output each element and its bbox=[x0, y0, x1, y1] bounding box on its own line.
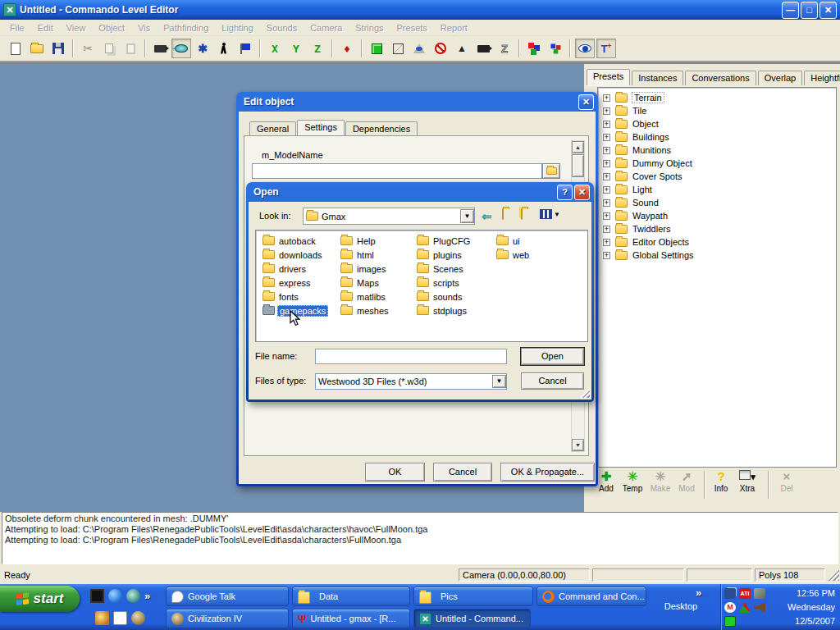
open-cancel-button[interactable]: Cancel bbox=[521, 372, 584, 390]
cut-icon[interactable]: ✂ bbox=[78, 39, 98, 58]
cubes-small-icon[interactable] bbox=[546, 39, 565, 58]
expand-icon[interactable]: + bbox=[603, 134, 610, 141]
menu-edit[interactable]: Edit bbox=[31, 21, 60, 34]
menu-sounds[interactable]: Sounds bbox=[260, 21, 304, 34]
expand-icon[interactable]: + bbox=[603, 252, 610, 259]
expand-icon[interactable]: + bbox=[603, 147, 610, 154]
look-in-dropdown-icon[interactable]: ▼ bbox=[460, 209, 474, 223]
menu-strings[interactable]: Strings bbox=[349, 21, 390, 34]
open-dialog-titlebar[interactable]: Open ? ✕ bbox=[249, 182, 591, 202]
open-dialog-close-icon[interactable]: ✕ bbox=[574, 185, 590, 200]
tray-arrow-icon[interactable] bbox=[739, 602, 751, 613]
menu-camera[interactable]: Camera bbox=[304, 21, 349, 34]
make-button[interactable]: ✳Make bbox=[648, 469, 673, 493]
solid-cube-icon[interactable] bbox=[367, 39, 386, 58]
taskbar-button-google-talk[interactable]: Google Talk bbox=[166, 587, 289, 606]
open-button[interactable]: Open bbox=[521, 348, 584, 365]
scroll-up-icon[interactable]: ▲ bbox=[572, 141, 584, 153]
del-button[interactable]: ×Del bbox=[774, 469, 799, 493]
wireframe-cube-icon[interactable] bbox=[388, 39, 408, 58]
folder-item-meshes[interactable]: meshes bbox=[340, 304, 390, 317]
resize-grip[interactable] bbox=[828, 569, 839, 581]
text-plus-icon[interactable]: T+ bbox=[596, 39, 616, 58]
folder-item-matlibs[interactable]: matlibs bbox=[340, 290, 390, 304]
expand-icon[interactable]: + bbox=[603, 199, 610, 207]
tree-item-global-settings[interactable]: +Global Settings bbox=[603, 249, 836, 262]
tree-item-waypath[interactable]: +Waypath bbox=[603, 209, 836, 222]
expand-icon[interactable]: + bbox=[603, 94, 610, 102]
copy-icon[interactable] bbox=[99, 39, 119, 58]
folder-item-html[interactable]: html bbox=[340, 248, 390, 262]
folder-item-autoback[interactable]: autoback bbox=[262, 234, 328, 248]
expand-icon[interactable]: + bbox=[603, 107, 610, 115]
network-signal-icon[interactable] bbox=[724, 616, 736, 627]
tree-item-cover-spots[interactable]: +Cover Spots bbox=[603, 170, 836, 183]
folder-item-plugcfg[interactable]: PlugCFG bbox=[417, 234, 472, 248]
eye-triangle-icon[interactable] bbox=[409, 39, 429, 58]
view-menu-icon[interactable]: ▼ bbox=[540, 209, 560, 219]
ok-button[interactable]: OK bbox=[365, 463, 425, 482]
folder-item-downloads[interactable]: downloads bbox=[262, 248, 328, 262]
xtra-button[interactable]: ▾Xtra bbox=[735, 469, 760, 493]
elevate-icon[interactable]: ▲ bbox=[452, 39, 472, 58]
gmail-notifier-icon[interactable]: M bbox=[724, 602, 736, 613]
folder-item-plugins[interactable]: plugins bbox=[417, 248, 472, 262]
axis-gizmo-icon[interactable]: ✱ bbox=[193, 39, 212, 58]
tab-presets[interactable]: Presets bbox=[587, 69, 630, 85]
quicklaunch-overflow-chevron[interactable]: » bbox=[144, 590, 150, 602]
folder-item-sounds[interactable]: sounds bbox=[417, 290, 472, 304]
tree-item-terrain[interactable]: +Terrain bbox=[603, 91, 836, 104]
x-axis-icon[interactable]: X bbox=[265, 39, 285, 58]
tab-overlap[interactable]: Overlap bbox=[758, 71, 803, 85]
zone-icon[interactable]: Z bbox=[495, 39, 514, 58]
tab-settings[interactable]: Settings bbox=[297, 120, 345, 137]
display-signal-icon[interactable] bbox=[724, 588, 736, 599]
tree-item-twiddlers[interactable]: +Twiddlers bbox=[603, 222, 836, 235]
expand-icon[interactable]: + bbox=[603, 186, 610, 194]
folder-item-express[interactable]: express bbox=[262, 276, 328, 290]
files-of-type-select[interactable]: Westwood 3D Files (*.w3d) ▼ bbox=[315, 373, 507, 390]
maximize-button[interactable]: □ bbox=[801, 2, 818, 19]
folder-item-fonts[interactable]: fonts bbox=[262, 290, 328, 304]
menu-lighting[interactable]: Lighting bbox=[215, 21, 260, 34]
ati-icon[interactable]: ATI bbox=[739, 588, 751, 599]
paste-icon[interactable] bbox=[121, 39, 140, 58]
mod-button[interactable]: ➚Mod bbox=[674, 469, 699, 493]
volume-icon[interactable] bbox=[754, 602, 765, 613]
tree-item-buildings[interactable]: +Buildings bbox=[603, 130, 836, 144]
tab-instances[interactable]: Instances bbox=[632, 71, 683, 85]
edit-object-titlebar[interactable]: Edit object ✕ bbox=[239, 92, 596, 112]
eye-icon[interactable] bbox=[575, 39, 595, 58]
open-folder-icon[interactable] bbox=[27, 39, 47, 58]
folder-item-maps[interactable]: Maps bbox=[340, 276, 390, 290]
tree-item-sound[interactable]: +Sound bbox=[603, 196, 836, 209]
tab-dependencies[interactable]: Dependencies bbox=[345, 121, 418, 136]
menu-view[interactable]: View bbox=[60, 21, 93, 34]
cubes-rgb-icon[interactable] bbox=[524, 39, 544, 58]
expand-icon[interactable]: + bbox=[603, 173, 610, 180]
folder-item-web[interactable]: web bbox=[496, 248, 531, 262]
menu-file[interactable]: File bbox=[3, 21, 31, 34]
cancel-button[interactable]: Cancel bbox=[433, 463, 492, 482]
folder-item-help[interactable]: Help bbox=[340, 234, 390, 248]
menu-pathfinding[interactable]: Pathfinding bbox=[157, 21, 215, 34]
desktop-toolbar-chevron[interactable]: » bbox=[696, 587, 701, 599]
spray-icon[interactable]: ♦ bbox=[337, 39, 357, 58]
save-icon[interactable] bbox=[48, 39, 68, 58]
temp-button[interactable]: ✳Temp bbox=[620, 469, 645, 493]
tab-conversations[interactable]: Conversations bbox=[685, 71, 756, 85]
browse-model-button[interactable] bbox=[542, 163, 560, 179]
cat-icon[interactable] bbox=[95, 611, 109, 625]
tree-item-light[interactable]: +Light bbox=[603, 183, 836, 196]
folder-item-drivers[interactable]: drivers bbox=[262, 262, 328, 276]
type-dropdown-icon[interactable]: ▼ bbox=[492, 375, 506, 388]
folder-item-images[interactable]: images bbox=[340, 262, 390, 276]
menu-report[interactable]: Report bbox=[434, 21, 474, 34]
taskbar-button-command-and-conquer[interactable]: Command and Con... bbox=[536, 587, 646, 606]
taskbar-button-pics[interactable]: Pics bbox=[413, 587, 533, 606]
blocked-icon[interactable] bbox=[431, 39, 450, 58]
ok-propagate-button[interactable]: OK & Propagate... bbox=[500, 463, 595, 482]
camera-icon[interactable] bbox=[473, 39, 493, 58]
folder-item-scenes[interactable]: Scenes bbox=[417, 262, 472, 276]
expand-icon[interactable]: + bbox=[603, 160, 610, 167]
